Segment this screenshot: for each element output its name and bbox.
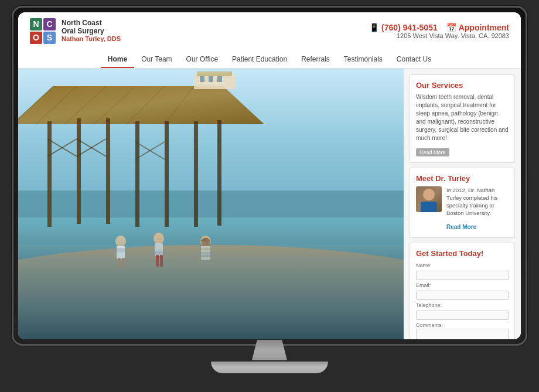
- svg-rect-15: [165, 121, 169, 227]
- logo-cell-s: S: [43, 32, 56, 44]
- logo-cell-n: N: [30, 18, 42, 30]
- email-input[interactable]: [416, 291, 509, 300]
- appointment-label[interactable]: Appointment: [459, 23, 509, 32]
- logo-area: N C O S North Coast Oral Surgery Nathan …: [30, 18, 121, 44]
- comments-field: Comments:: [416, 322, 509, 339]
- nav-referrals[interactable]: Referrals: [294, 52, 337, 68]
- hero-image: [18, 69, 404, 339]
- doctor-info: In 2012, Dr. Nathan Turley completed his…: [446, 186, 509, 231]
- nav-patient-education[interactable]: Patient Education: [225, 52, 294, 68]
- site-header: N C O S North Coast Oral Surgery Nathan …: [18, 12, 521, 69]
- name-input[interactable]: [416, 271, 509, 280]
- telephone-input[interactable]: [416, 311, 509, 320]
- phone-number: (760) 941-5051: [381, 23, 438, 32]
- logo-cell-c: C: [43, 18, 56, 30]
- svg-rect-25: [197, 71, 232, 76]
- name-label: Name:: [416, 263, 509, 268]
- logo-subtitle: Nathan Turley, DDS: [62, 35, 121, 43]
- telephone-field: Telephone:: [416, 302, 509, 320]
- doctor-read-more[interactable]: Read More: [446, 224, 476, 230]
- form-title: Get Started Today!: [416, 249, 509, 258]
- form-box: Get Started Today! Name: Email: Telephon…: [410, 243, 515, 339]
- email-field: Email:: [416, 282, 509, 300]
- water-overlay: [18, 231, 404, 339]
- doctor-face: [423, 189, 435, 200]
- services-box: Our Services Wisdom teeth removal, denta…: [410, 74, 515, 163]
- svg-rect-16: [194, 121, 198, 227]
- svg-rect-28: [217, 76, 222, 82]
- svg-rect-11: [47, 121, 52, 227]
- svg-rect-27: [209, 76, 213, 82]
- services-body: Wisdom teeth removal, dental implants, s…: [416, 93, 509, 142]
- monitor-stand: [211, 340, 328, 387]
- stand-base: [211, 362, 328, 373]
- logo-grid: N C O S: [30, 18, 56, 44]
- doctor-row: In 2012, Dr. Nathan Turley completed his…: [416, 186, 509, 231]
- comments-label: Comments:: [416, 322, 509, 328]
- doctor-box: Meet Dr. Turley In 2012, Dr. Nathan Turl…: [410, 168, 515, 238]
- svg-rect-26: [200, 76, 204, 82]
- monitor-bezel: N C O S North Coast Oral Surgery Nathan …: [18, 12, 521, 339]
- email-label: Email:: [416, 282, 509, 288]
- svg-rect-13: [106, 118, 110, 224]
- nav-testimonials[interactable]: Testimonials: [337, 52, 390, 68]
- logo-text: North Coast Oral Surgery Nathan Turley, …: [62, 19, 121, 43]
- logo-title: North Coast Oral Surgery: [62, 19, 121, 36]
- name-field: Name:: [416, 263, 509, 280]
- svg-rect-12: [77, 118, 81, 224]
- services-title: Our Services: [416, 81, 509, 90]
- address-line: 1205 West Vista Way. Vista, CA. 92083: [369, 32, 509, 39]
- phone-line: 📱 (760) 941-5051 📅 Appointment: [369, 23, 509, 32]
- svg-rect-14: [135, 121, 139, 227]
- svg-rect-17: [217, 120, 221, 226]
- telephone-label: Telephone:: [416, 302, 509, 308]
- phone-icon: 📱: [369, 23, 379, 32]
- header-contact: 📱 (760) 941-5051 📅 Appointment 1205 West…: [369, 23, 509, 39]
- hero-section: [18, 69, 404, 339]
- stand-neck: [252, 340, 287, 360]
- services-read-more[interactable]: Read More: [416, 148, 449, 156]
- monitor-body: N C O S North Coast Oral Surgery Nathan …: [12, 6, 527, 346]
- main-nav: Home Our Team Our Office Patient Educati…: [30, 49, 509, 68]
- sidebar-panel: Our Services Wisdom teeth removal, denta…: [404, 69, 521, 339]
- calendar-icon: 📅: [446, 23, 456, 32]
- nav-home[interactable]: Home: [101, 52, 134, 68]
- doctor-body: [421, 202, 437, 212]
- monitor-wrapper: N C O S North Coast Oral Surgery Nathan …: [12, 6, 527, 387]
- doctor-photo: [416, 186, 442, 212]
- nav-our-team[interactable]: Our Team: [134, 52, 179, 68]
- comments-input[interactable]: [416, 329, 509, 339]
- nav-contact-us[interactable]: Contact Us: [390, 52, 438, 68]
- nav-our-office[interactable]: Our Office: [179, 52, 225, 68]
- doctor-body-text: In 2012, Dr. Nathan Turley completed his…: [446, 186, 509, 217]
- header-top: N C O S North Coast Oral Surgery Nathan …: [30, 18, 509, 44]
- screen: N C O S North Coast Oral Surgery Nathan …: [18, 12, 521, 339]
- logo-cell-o: O: [30, 32, 42, 44]
- doctor-title: Meet Dr. Turley: [416, 174, 509, 183]
- svg-marker-4: [18, 86, 264, 124]
- site-body: Our Services Wisdom teeth removal, denta…: [18, 69, 521, 339]
